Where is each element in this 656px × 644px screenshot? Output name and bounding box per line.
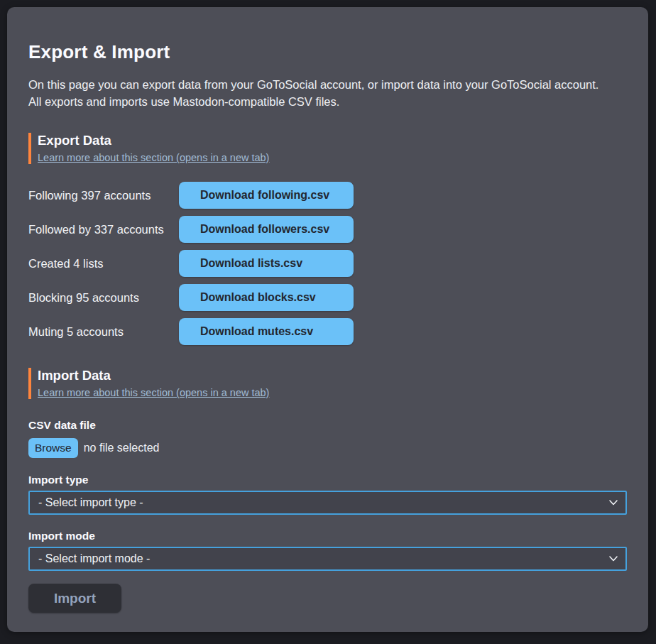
export-row-label: Created 4 lists (28, 257, 179, 271)
csv-file-label: CSV data file (28, 419, 627, 432)
export-row-label: Following 397 accounts (28, 189, 179, 202)
export-row-lists: Created 4 lists Download lists.csv (28, 250, 627, 277)
export-rows: Following 397 accounts Download followin… (28, 182, 627, 345)
import-mode-select[interactable]: - Select import mode - (28, 547, 627, 571)
import-submit-button[interactable]: Import (28, 584, 121, 613)
download-lists-button[interactable]: Download lists.csv (179, 250, 354, 277)
page-title: Export & Import (28, 7, 627, 63)
import-type-select[interactable]: - Select import type - (28, 491, 627, 515)
import-learn-more-link[interactable]: Learn more about this section (opens in … (38, 387, 269, 398)
export-row-label: Muting 5 accounts (28, 325, 179, 339)
download-mutes-button[interactable]: Download mutes.csv (179, 318, 354, 345)
page-description: On this page you can export data from yo… (28, 76, 627, 110)
import-section-header: Import Data Learn more about this sectio… (28, 368, 627, 399)
chevron-down-icon (609, 556, 618, 562)
page-description-line1: On this page you can export data from yo… (28, 76, 627, 93)
export-row-followers: Followed by 337 accounts Download follow… (28, 216, 627, 243)
import-mode-selected-value: - Select import mode - (38, 552, 150, 565)
file-status-text: no file selected (84, 442, 160, 454)
import-type-selected-value: - Select import type - (38, 496, 143, 509)
csv-file-input: Browse no file selected (28, 437, 627, 459)
import-mode-select-wrap: - Select import mode - (28, 547, 627, 571)
import-mode-label: Import mode (28, 530, 627, 542)
export-row-blocks: Blocking 95 accounts Download blocks.csv (28, 284, 627, 311)
import-type-label: Import type (28, 474, 627, 486)
chevron-down-icon (609, 500, 618, 506)
export-row-mutes: Muting 5 accounts Download mutes.csv (28, 318, 627, 345)
export-import-panel: Export & Import On this page you can exp… (7, 7, 648, 632)
export-row-label: Followed by 337 accounts (28, 223, 179, 236)
export-learn-more-link[interactable]: Learn more about this section (opens in … (38, 152, 269, 163)
import-type-select-wrap: - Select import type - (28, 491, 627, 515)
import-section-title: Import Data (38, 368, 627, 383)
download-followers-button[interactable]: Download followers.csv (179, 216, 354, 243)
export-row-label: Blocking 95 accounts (28, 291, 179, 305)
export-section-header: Export Data Learn more about this sectio… (28, 133, 627, 164)
download-blocks-button[interactable]: Download blocks.csv (179, 284, 354, 311)
export-row-following: Following 397 accounts Download followin… (28, 182, 627, 209)
download-following-button[interactable]: Download following.csv (179, 182, 354, 209)
page-description-line2: All exports and imports use Mastodon-com… (28, 93, 627, 110)
export-section-title: Export Data (38, 133, 627, 148)
browse-button[interactable]: Browse (28, 438, 78, 458)
